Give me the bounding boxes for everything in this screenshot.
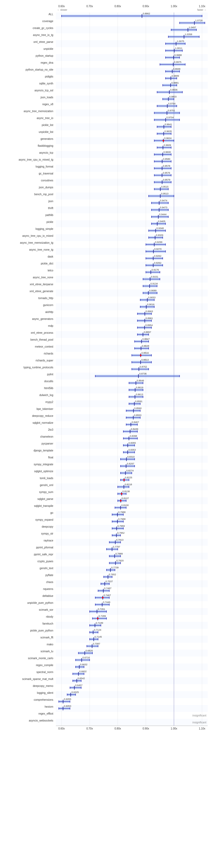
svg-text:0.6055: 0.6055 [64, 698, 71, 701]
svg-text:0.9329: 0.9329 [156, 234, 163, 237]
svg-text:0.9134: 0.9134 [150, 282, 158, 285]
svg-rect-607 [56, 331, 208, 338]
benchmark-label: crypto_pyaes [0, 560, 53, 563]
svg-text:0.9513: 0.9513 [161, 192, 169, 195]
benchmark-label: richards [0, 352, 53, 355]
benchmark-label: logging_simple [0, 227, 53, 230]
svg-text:0.90x: 0.90x [143, 5, 149, 8]
benchmark-label: scimark_sparse_mat_mult [0, 678, 53, 681]
svg-text:0.9578: 0.9578 [163, 164, 171, 167]
svg-text:0.9016: 0.9016 [147, 303, 154, 306]
svg-text:0.9576: 0.9576 [163, 172, 171, 174]
benchmark-label: deepcopy [0, 525, 53, 528]
svg-text:0.8353: 0.8353 [128, 448, 136, 451]
svg-text:0.8297: 0.8297 [127, 462, 134, 465]
svg-rect-164 [56, 96, 208, 102]
svg-rect-1066 [56, 574, 208, 580]
svg-rect-633 [56, 345, 208, 352]
svg-text:1.0011: 1.0011 [175, 47, 182, 50]
svg-text:0.6542: 0.6542 [78, 677, 85, 680]
svg-text:0.7988: 0.7988 [118, 511, 126, 514]
svg-text:0.7889: 0.7889 [116, 552, 123, 555]
svg-text:0.9600: 0.9600 [163, 151, 171, 153]
svg-rect-321 [56, 179, 208, 186]
svg-rect-282 [56, 158, 208, 165]
svg-text:0.9881: 0.9881 [172, 82, 179, 84]
benchmark-label: logging_format [0, 165, 53, 168]
svg-rect-949 [56, 511, 208, 518]
benchmark-label: async_tree_io_tg [0, 34, 53, 36]
benchmark-label: docutils [0, 380, 53, 383]
benchmark-label: chaos [0, 581, 53, 584]
benchmark-label: python_startup_no_site [0, 68, 53, 71]
benchmark-label: deepcopy_reduce [0, 414, 53, 417]
benchmark-label: pprint_pformat [0, 546, 53, 549]
svg-text:1.10x: 1.10x [199, 727, 205, 730]
benchmark-label: json_loads [0, 96, 53, 99]
svg-rect-1185 [56, 636, 208, 643]
svg-text:0.8963: 0.8963 [146, 310, 153, 313]
benchmark-label: scimark_fft [0, 636, 53, 639]
benchmark-label: scimark_sor [0, 608, 53, 611]
svg-rect-936 [56, 504, 208, 511]
svg-text:0.9473: 0.9473 [160, 206, 168, 209]
benchmark-label: coroutines [0, 179, 53, 182]
svg-text:0.7446: 0.7446 [103, 601, 111, 603]
benchmark-label: meteor_contest [0, 345, 53, 348]
svg-text:1.00x: 1.00x [171, 5, 177, 8]
svg-text:0.8646: 0.8646 [136, 379, 144, 382]
svg-rect-555 [56, 303, 208, 310]
benchmark-label: tomli_loads [0, 477, 53, 480]
svg-text:0.9270: 0.9270 [154, 248, 162, 250]
svg-rect-295 [56, 165, 208, 172]
svg-text:0.8813: 0.8813 [141, 359, 149, 361]
svg-text:0.9579: 0.9579 [163, 179, 171, 181]
benchmark-label: xml_etree_process [0, 331, 53, 334]
svg-text:0.6602: 0.6602 [79, 670, 87, 673]
svg-text:0.9262: 0.9262 [154, 255, 161, 257]
benchmark-label: json [0, 200, 53, 203]
chart-container: 0.60x0.70x0.80x0.90x1.00x1.10x← slowerfa… [0, 0, 213, 747]
svg-rect-922 [56, 497, 208, 504]
benchmark-label: async_generators [0, 317, 53, 320]
svg-text:0.9609: 0.9609 [164, 144, 171, 147]
svg-text:0.6053: 0.6053 [64, 705, 71, 707]
svg-rect-1105 [56, 594, 208, 601]
benchmark-label: typing_runtime_protocols [0, 366, 53, 369]
svg-rect-256 [56, 144, 208, 151]
svg-text:0.7087: 0.7087 [93, 643, 100, 645]
benchmark-label: tornado_http [0, 297, 53, 300]
svg-rect-594 [56, 324, 208, 331]
benchmark-label: async_tree_memoization [0, 110, 53, 113]
svg-text:0.7797: 0.7797 [113, 546, 120, 548]
benchmark-label: pickle_dict [0, 262, 53, 265]
benchmark-label: raytrace [0, 539, 53, 542]
svg-rect-1119 [56, 601, 208, 608]
benchmark-label: dulwich_log [0, 394, 53, 397]
benchmark-label: pathlib [0, 214, 53, 217]
benchmark-label: create_gc_cycles [0, 27, 53, 30]
svg-rect-490 [56, 269, 208, 276]
benchmark-label: mdp [0, 324, 53, 327]
benchmark-label: xml_etree_parse [0, 40, 53, 43]
benchmark-label: sympy_integrate [0, 463, 53, 466]
svg-rect-1315 [56, 705, 208, 712]
svg-rect-1328 [56, 712, 208, 719]
svg-rect-542 [56, 297, 208, 303]
svg-text:0.9751: 0.9751 [168, 109, 175, 112]
svg-text:0.7952: 0.7952 [117, 532, 125, 534]
svg-text:0.9635: 0.9635 [164, 130, 172, 133]
svg-text:0.6826: 0.6826 [86, 649, 93, 652]
benchmark-label: dask [0, 255, 53, 258]
svg-text:0.6632: 0.6632 [80, 663, 88, 666]
svg-text:1.0075: 1.0075 [177, 40, 184, 42]
svg-text:0.8560: 0.8560 [134, 407, 142, 410]
svg-text:0.9444: 0.9444 [159, 213, 167, 216]
svg-text:0.8355: 0.8355 [129, 442, 136, 444]
svg-rect-308 [56, 172, 208, 179]
svg-rect-269 [56, 151, 208, 158]
svg-rect-1014 [56, 546, 208, 553]
svg-text:0.8613: 0.8613 [136, 393, 143, 396]
svg-text:1.10x: 1.10x [199, 5, 205, 8]
svg-point-920 [121, 493, 122, 495]
